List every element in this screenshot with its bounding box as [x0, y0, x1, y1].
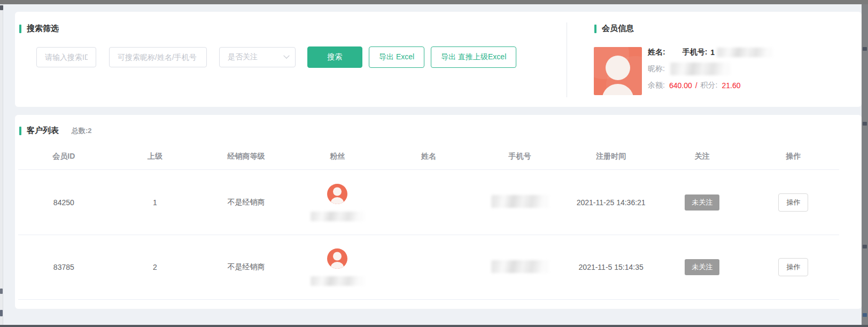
cell-member-id: 83785 [18, 263, 110, 271]
cell-register-time: 2021-11-25 14:36:21 [565, 198, 657, 207]
export-parent-excel-button[interactable]: 导出 直推上级Excel [431, 46, 516, 68]
fan-avatar [327, 248, 347, 269]
redacted-nickname-value [670, 63, 730, 75]
col-header-dealer-level: 经销商等级 [200, 152, 292, 161]
window-top-edge [0, 0, 868, 4]
member-avatar [594, 47, 642, 95]
customer-list-header: 客户列表 总数:2 [19, 126, 92, 136]
follow-status-select-value: 是否关注 [228, 52, 258, 62]
cell-member-id: 84250 [18, 198, 110, 207]
total-count-label: 总数:2 [72, 126, 92, 136]
separator-slash: / [695, 81, 698, 90]
title-accent-bar [19, 127, 21, 135]
name-label: 姓名: [648, 48, 665, 57]
cell-action: 操作 [748, 258, 839, 276]
customer-list-title: 客户列表 [19, 126, 59, 136]
admin-screen: 搜索筛选 是否关注 搜索 导出 Excel 导出 直推上级Excel 会员信息 [0, 0, 868, 327]
window-edge-artifact [863, 245, 867, 248]
window-bottom-edge [0, 325, 868, 327]
col-header-action: 操作 [748, 152, 839, 161]
cell-phone [474, 195, 565, 209]
window-left-edge [0, 4, 3, 327]
user-avatar-icon [594, 47, 642, 95]
search-form: 是否关注 搜索 导出 Excel 导出 直推上级Excel [36, 46, 523, 68]
fan-info [292, 184, 383, 221]
title-accent-bar [594, 25, 596, 33]
redacted-phone-value [717, 48, 773, 57]
customer-list-card: 客户列表 总数:2 会员ID 上级 经销商等级 粉丝 姓名 手机号 注册时间 关… [15, 115, 862, 309]
member-balance-line: 余额: 640.00 / 积分: 21.60 [648, 80, 773, 91]
cell-phone [474, 260, 565, 275]
col-header-register-time: 注册时间 [565, 152, 657, 161]
col-header-follow: 关注 [656, 152, 748, 161]
cell-dealer-level: 不是经销商 [200, 262, 292, 272]
export-excel-button[interactable]: 导出 Excel [369, 46, 424, 68]
window-edge-artifact [863, 47, 867, 51]
phone-label: 手机号: [683, 48, 708, 57]
search-filter-title-label: 搜索筛选 [27, 24, 59, 34]
window-edge-artifact [0, 310, 3, 316]
col-header-name: 姓名 [383, 152, 475, 161]
customer-list-title-label: 客户列表 [27, 126, 59, 136]
vertical-divider [567, 22, 567, 97]
cell-dealer-level: 不是经销商 [200, 198, 292, 207]
redacted-phone [491, 195, 549, 208]
follow-status-badge: 未关注 [685, 194, 719, 211]
follow-status-select[interactable]: 是否关注 [219, 47, 296, 67]
follow-status-badge: 未关注 [685, 259, 719, 275]
points-label: 积分: [701, 81, 718, 90]
window-right-edge [862, 4, 868, 327]
customer-table: 会员ID 上级 经销商等级 粉丝 姓名 手机号 注册时间 关注 操作 84250… [18, 144, 839, 300]
cell-fans [292, 248, 383, 286]
keyword-input[interactable] [109, 47, 207, 67]
title-accent-bar [19, 25, 21, 33]
search-filter-title: 搜索筛选 [19, 24, 59, 34]
user-avatar-icon [327, 184, 347, 204]
points-value: 21.60 [722, 81, 741, 90]
user-avatar-icon [327, 248, 347, 269]
redacted-fan-name [311, 276, 364, 286]
member-name-phone-line: 姓名: 手机号: 1 [648, 47, 773, 58]
fan-avatar [327, 184, 347, 204]
row-action-button[interactable]: 操作 [778, 193, 808, 212]
col-header-superior: 上级 [110, 152, 201, 161]
cell-action: 操作 [748, 193, 839, 212]
cell-register-time: 2021-11-5 15:14:35 [565, 263, 657, 271]
search-button[interactable]: 搜索 [307, 46, 362, 68]
cell-fans [292, 184, 383, 221]
search-id-input[interactable] [36, 47, 96, 67]
table-row: 83785 2 不是经销商 [18, 235, 839, 300]
table-header-row: 会员ID 上级 经销商等级 粉丝 姓名 手机号 注册时间 关注 操作 [18, 144, 839, 169]
window-edge-artifact [863, 313, 867, 317]
window-edge-artifact [0, 289, 3, 294]
balance-label: 余额: [648, 81, 665, 90]
cell-superior: 1 [110, 198, 201, 207]
col-header-phone: 手机号 [474, 152, 565, 161]
col-header-member-id: 会员ID [18, 152, 110, 161]
redacted-phone [491, 260, 549, 273]
member-nickname-line: 昵称: [648, 64, 773, 74]
window-edge-artifact [0, 5, 3, 10]
phone-prefix: 1 [710, 48, 715, 57]
cell-follow: 未关注 [656, 259, 748, 275]
cell-superior: 2 [110, 263, 201, 271]
member-info-title: 会员信息 [594, 24, 634, 34]
search-and-member-card: 搜索筛选 是否关注 搜索 导出 Excel 导出 直推上级Excel 会员信息 [15, 12, 862, 107]
table-row: 84250 1 不是经销商 [18, 169, 839, 235]
member-details: 姓名: 手机号: 1 昵称: 余额: 640.00 / 积分: 21.60 [648, 47, 773, 91]
member-info-title-label: 会员信息 [602, 24, 634, 34]
chevron-down-icon [283, 53, 289, 59]
balance-value: 640.00 [669, 81, 692, 90]
nickname-label: 昵称: [648, 64, 665, 74]
fan-info [292, 248, 383, 286]
window-edge-artifact [863, 122, 867, 126]
col-header-fans: 粉丝 [292, 152, 383, 161]
redacted-fan-name [311, 212, 364, 221]
cell-follow: 未关注 [656, 194, 748, 211]
row-action-button[interactable]: 操作 [778, 258, 808, 276]
